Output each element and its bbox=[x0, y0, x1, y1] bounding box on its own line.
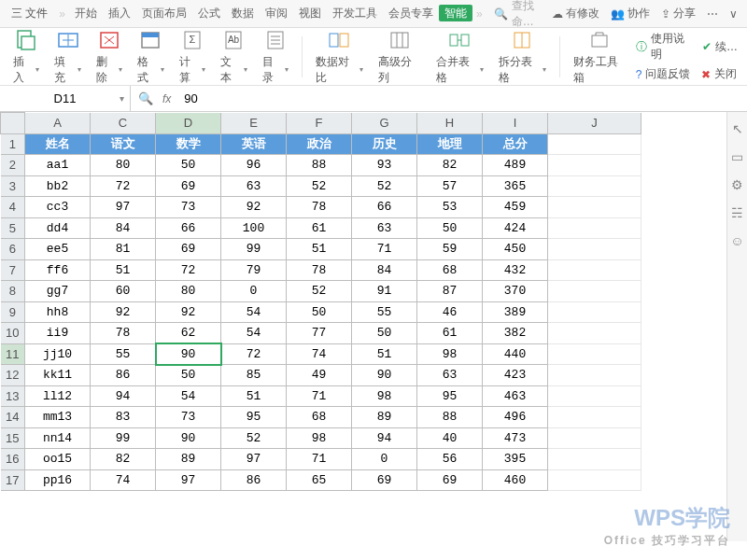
select-icon[interactable]: ▭ bbox=[731, 149, 743, 164]
cell[interactable]: 55 bbox=[91, 343, 156, 365]
cell[interactable]: 432 bbox=[483, 259, 548, 281]
cell[interactable]: dd4 bbox=[25, 217, 91, 239]
cell[interactable]: 66 bbox=[352, 197, 417, 218]
cell[interactable] bbox=[548, 407, 641, 428]
cell[interactable]: 88 bbox=[287, 155, 352, 176]
cell[interactable] bbox=[548, 427, 641, 449]
menu-tab[interactable]: 开始 bbox=[69, 7, 103, 20]
cell[interactable]: 72 bbox=[91, 175, 156, 197]
cell[interactable]: 80 bbox=[91, 155, 156, 176]
cell[interactable]: ll12 bbox=[25, 385, 91, 407]
table-header-cell[interactable]: 政治 bbox=[287, 133, 352, 155]
table-header-cell[interactable]: 总分 bbox=[483, 133, 548, 155]
cell[interactable]: 92 bbox=[156, 301, 221, 323]
ribbon-高级分列[interactable]: 高级分列 bbox=[371, 26, 428, 88]
cell[interactable]: 97 bbox=[91, 197, 156, 218]
cell[interactable]: 84 bbox=[91, 217, 156, 239]
cell[interactable]: 50 bbox=[417, 217, 483, 239]
coop-button[interactable]: 👥协作 bbox=[611, 6, 650, 21]
chevron-down-icon[interactable]: ▾ bbox=[120, 93, 124, 104]
cell[interactable]: 71 bbox=[352, 239, 417, 260]
property-icon[interactable]: ☵ bbox=[731, 205, 743, 220]
cell[interactable]: 88 bbox=[417, 407, 483, 428]
cell[interactable]: 50 bbox=[156, 365, 221, 386]
ribbon-删除[interactable]: 删除▾ bbox=[89, 26, 130, 88]
row-header[interactable]: 5 bbox=[1, 217, 25, 239]
cell[interactable]: 473 bbox=[483, 427, 548, 449]
cell[interactable]: mm13 bbox=[25, 407, 91, 428]
cell[interactable]: 93 bbox=[352, 155, 417, 176]
select-all-corner[interactable] bbox=[1, 113, 25, 134]
cell[interactable] bbox=[548, 239, 641, 260]
cell[interactable] bbox=[548, 133, 641, 155]
cell[interactable]: 100 bbox=[221, 217, 287, 239]
cell[interactable]: 51 bbox=[221, 385, 287, 407]
row-header[interactable]: 4 bbox=[1, 197, 25, 218]
cell[interactable]: 63 bbox=[417, 365, 483, 386]
cell[interactable]: 51 bbox=[352, 343, 417, 365]
ribbon-合并表格[interactable]: 合并表格▾ bbox=[429, 26, 491, 88]
row-header[interactable]: 10 bbox=[1, 323, 25, 344]
cell[interactable]: 54 bbox=[221, 323, 287, 344]
cell[interactable]: 69 bbox=[156, 175, 221, 197]
cell[interactable]: 460 bbox=[483, 469, 548, 491]
cell[interactable]: 69 bbox=[156, 239, 221, 260]
cell[interactable]: 365 bbox=[483, 175, 548, 197]
fx-label[interactable]: fx bbox=[162, 92, 171, 105]
cell[interactable] bbox=[548, 301, 641, 323]
cell[interactable]: 74 bbox=[91, 469, 156, 491]
row-header[interactable]: 7 bbox=[1, 259, 25, 281]
row-header[interactable]: 15 bbox=[1, 427, 25, 449]
ribbon-拆分表格[interactable]: 拆分表格▾ bbox=[491, 26, 554, 88]
column-header[interactable]: I bbox=[483, 113, 548, 134]
cell[interactable]: 0 bbox=[221, 281, 287, 302]
settings-icon[interactable]: ⚙ bbox=[731, 177, 743, 192]
row-header[interactable]: 17 bbox=[1, 469, 25, 491]
cell[interactable]: 73 bbox=[156, 407, 221, 428]
cell[interactable]: 450 bbox=[483, 239, 548, 260]
cell[interactable]: 98 bbox=[417, 343, 483, 365]
cell[interactable]: 51 bbox=[91, 259, 156, 281]
cell[interactable]: 96 bbox=[221, 155, 287, 176]
cell[interactable]: 91 bbox=[352, 281, 417, 302]
cell[interactable]: 57 bbox=[417, 175, 483, 197]
row-header[interactable]: 12 bbox=[1, 365, 25, 386]
cell[interactable] bbox=[548, 385, 641, 407]
cell[interactable]: 63 bbox=[352, 217, 417, 239]
menu-tab[interactable]: 智能 bbox=[439, 5, 472, 21]
cell[interactable]: 78 bbox=[91, 323, 156, 344]
cell[interactable]: 50 bbox=[287, 301, 352, 323]
menu-tab[interactable]: 开发工具 bbox=[327, 7, 383, 20]
cell[interactable]: 90 bbox=[156, 343, 221, 365]
cell[interactable]: 40 bbox=[417, 427, 483, 449]
menu-tab[interactable]: 数据 bbox=[226, 7, 260, 20]
ribbon-数据对比[interactable]: 数据对比▾ bbox=[308, 26, 371, 88]
cell[interactable]: 71 bbox=[287, 385, 352, 407]
close-link[interactable]: 关闭 bbox=[714, 66, 737, 82]
ribbon-文本[interactable]: Ab文本▾ bbox=[213, 26, 254, 88]
cell[interactable]: 69 bbox=[352, 469, 417, 491]
table-header-cell[interactable]: 姓名 bbox=[25, 133, 91, 155]
table-header-cell[interactable]: 历史 bbox=[352, 133, 417, 155]
cell[interactable]: pp16 bbox=[25, 469, 91, 491]
cell[interactable]: 489 bbox=[483, 155, 548, 176]
row-header[interactable]: 3 bbox=[1, 175, 25, 197]
cell[interactable]: ii9 bbox=[25, 323, 91, 344]
menu-tab[interactable]: 视图 bbox=[293, 7, 327, 20]
cell[interactable]: 52 bbox=[287, 281, 352, 302]
cell[interactable] bbox=[548, 155, 641, 176]
ribbon-财务工具箱[interactable]: 财务工具箱 bbox=[566, 26, 634, 88]
more-icon[interactable]: ⋯ bbox=[707, 7, 718, 21]
assist-icon[interactable]: ☺ bbox=[730, 233, 743, 248]
cell[interactable]: 459 bbox=[483, 197, 548, 218]
cell[interactable]: 89 bbox=[352, 407, 417, 428]
cell[interactable]: 382 bbox=[483, 323, 548, 344]
cell[interactable]: 97 bbox=[156, 469, 221, 491]
cell[interactable]: 55 bbox=[352, 301, 417, 323]
cell[interactable]: 89 bbox=[156, 449, 221, 470]
cell[interactable]: 77 bbox=[287, 323, 352, 344]
menu-tab[interactable]: 页面布局 bbox=[136, 7, 192, 20]
cell[interactable]: 440 bbox=[483, 343, 548, 365]
cursor-icon[interactable]: ↖ bbox=[732, 121, 743, 136]
cell[interactable]: 74 bbox=[287, 343, 352, 365]
